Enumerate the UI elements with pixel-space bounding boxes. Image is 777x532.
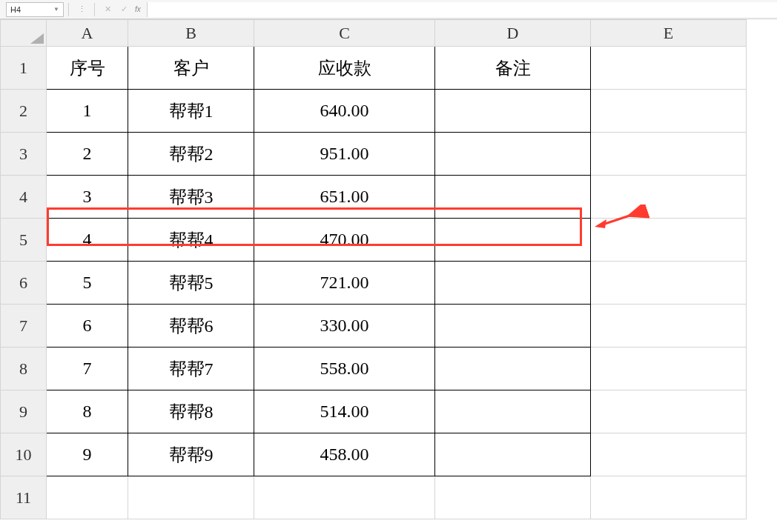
cell-D2[interactable] bbox=[435, 90, 591, 133]
cell-E5[interactable] bbox=[591, 219, 747, 262]
cell-A6[interactable]: 5 bbox=[47, 262, 128, 305]
cell-A5[interactable]: 4 bbox=[47, 219, 128, 262]
cell-B2[interactable]: 帮帮1 bbox=[128, 90, 254, 133]
fx-label[interactable]: fx bbox=[135, 5, 141, 13]
more-icon[interactable]: ⋮ bbox=[76, 4, 87, 16]
name-box[interactable]: H4 ▼ bbox=[6, 2, 64, 17]
cell-C3[interactable]: 951.00 bbox=[254, 133, 435, 176]
row-header-5[interactable]: 5 bbox=[1, 219, 47, 262]
cell-D6[interactable] bbox=[435, 262, 591, 305]
cell-B9[interactable]: 帮帮8 bbox=[128, 390, 254, 433]
cell-A10[interactable]: 9 bbox=[47, 433, 128, 476]
cell-A11[interactable] bbox=[47, 476, 128, 519]
cell-E9[interactable] bbox=[591, 390, 747, 433]
col-header-C[interactable]: C bbox=[254, 20, 435, 47]
cell-D7[interactable] bbox=[435, 305, 591, 348]
row-header-7[interactable]: 7 bbox=[1, 305, 47, 348]
cell-B6[interactable]: 帮帮5 bbox=[128, 262, 254, 305]
row-header-2[interactable]: 2 bbox=[1, 90, 47, 133]
cell-D1[interactable]: 备注 bbox=[435, 47, 591, 90]
row-header-6[interactable]: 6 bbox=[1, 262, 47, 305]
col-header-B[interactable]: B bbox=[128, 20, 254, 47]
cell-C2[interactable]: 640.00 bbox=[254, 90, 435, 133]
cell-A4[interactable]: 3 bbox=[47, 176, 128, 219]
cell-D5[interactable] bbox=[435, 219, 591, 262]
cell-E4[interactable] bbox=[591, 176, 747, 219]
cell-A3[interactable]: 2 bbox=[47, 133, 128, 176]
cell-D8[interactable] bbox=[435, 348, 591, 390]
cell-E1[interactable] bbox=[591, 47, 747, 90]
cell-A1[interactable]: 序号 bbox=[47, 47, 128, 90]
cell-E2[interactable] bbox=[591, 90, 747, 133]
row-header-8[interactable]: 8 bbox=[1, 348, 47, 390]
row-header-3[interactable]: 3 bbox=[1, 133, 47, 176]
cell-B7[interactable]: 帮帮6 bbox=[128, 305, 254, 348]
cell-B5[interactable]: 帮帮4 bbox=[128, 219, 254, 262]
formula-bar: H4 ▼ ⋮ ✕ ✓ fx bbox=[0, 0, 777, 19]
cell-D3[interactable] bbox=[435, 133, 591, 176]
cell-C6[interactable]: 721.00 bbox=[254, 262, 435, 305]
cell-C1[interactable]: 应收款 bbox=[254, 47, 435, 90]
row-header-4[interactable]: 4 bbox=[1, 176, 47, 219]
name-box-value: H4 bbox=[10, 5, 21, 14]
cancel-icon[interactable]: ✕ bbox=[102, 4, 113, 16]
cell-E10[interactable] bbox=[591, 433, 747, 476]
cell-C11[interactable] bbox=[254, 476, 435, 519]
dropdown-icon[interactable]: ▼ bbox=[53, 6, 59, 13]
cell-C7[interactable]: 330.00 bbox=[254, 305, 435, 348]
cell-C9[interactable]: 514.00 bbox=[254, 390, 435, 433]
cell-A9[interactable]: 8 bbox=[47, 390, 128, 433]
cell-B4[interactable]: 帮帮3 bbox=[128, 176, 254, 219]
spreadsheet-area: A B C D E 1 序号 客户 应收款 备注 2 1 帮帮1 64 bbox=[0, 19, 777, 519]
col-header-E[interactable]: E bbox=[591, 20, 747, 47]
confirm-icon[interactable]: ✓ bbox=[118, 4, 130, 16]
corner-triangle-icon bbox=[30, 33, 44, 44]
cell-B10[interactable]: 帮帮9 bbox=[128, 433, 254, 476]
cell-D4[interactable] bbox=[435, 176, 591, 219]
cell-D10[interactable] bbox=[435, 433, 591, 476]
col-header-D[interactable]: D bbox=[435, 20, 591, 47]
select-all-corner[interactable] bbox=[1, 20, 47, 47]
cell-B3[interactable]: 帮帮2 bbox=[128, 133, 254, 176]
formula-input[interactable] bbox=[147, 2, 777, 17]
spreadsheet-grid[interactable]: A B C D E 1 序号 客户 应收款 备注 2 1 帮帮1 64 bbox=[0, 19, 747, 519]
separator bbox=[94, 3, 95, 16]
cell-C5[interactable]: 470.00 bbox=[254, 219, 435, 262]
separator bbox=[68, 3, 69, 16]
cell-E8[interactable] bbox=[591, 348, 747, 390]
row-header-10[interactable]: 10 bbox=[1, 433, 47, 476]
cell-D9[interactable] bbox=[435, 390, 591, 433]
cell-A7[interactable]: 6 bbox=[47, 305, 128, 348]
cell-B11[interactable] bbox=[128, 476, 254, 519]
row-header-1[interactable]: 1 bbox=[1, 47, 47, 90]
cell-A2[interactable]: 1 bbox=[47, 90, 128, 133]
cell-E6[interactable] bbox=[591, 262, 747, 305]
cell-B8[interactable]: 帮帮7 bbox=[128, 348, 254, 390]
cell-E3[interactable] bbox=[591, 133, 747, 176]
row-header-11[interactable]: 11 bbox=[1, 476, 47, 519]
cell-C10[interactable]: 458.00 bbox=[254, 433, 435, 476]
col-header-A[interactable]: A bbox=[47, 20, 128, 47]
cell-B1[interactable]: 客户 bbox=[128, 47, 254, 90]
cell-A8[interactable]: 7 bbox=[47, 348, 128, 390]
cell-C4[interactable]: 651.00 bbox=[254, 176, 435, 219]
cell-E7[interactable] bbox=[591, 305, 747, 348]
cell-D11[interactable] bbox=[435, 476, 591, 519]
cell-C8[interactable]: 558.00 bbox=[254, 348, 435, 390]
cell-E11[interactable] bbox=[591, 476, 747, 519]
row-header-9[interactable]: 9 bbox=[1, 390, 47, 433]
